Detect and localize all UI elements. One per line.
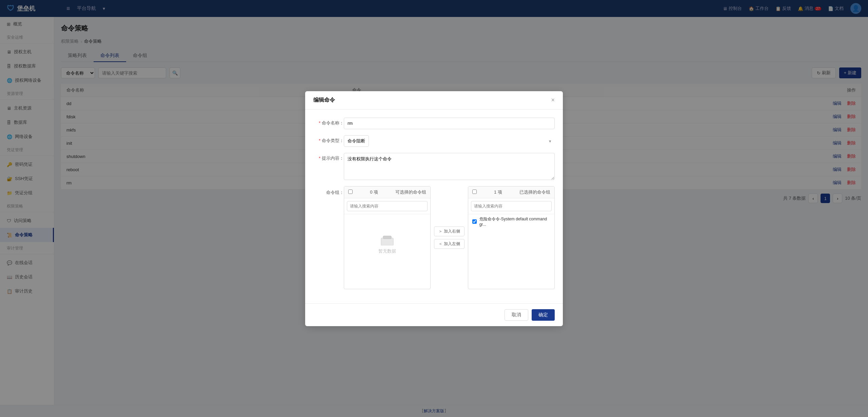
- add-right-label: ＞ 加入右侧: [438, 229, 460, 234]
- transfer-actions: ＞ 加入右侧 ＜ 加入左侧: [434, 226, 464, 249]
- edit-cmd-dialog: 编辑命令 × * 命令名称： * 命令类型： 命令阻断: [305, 91, 563, 326]
- transfer-right-header: 1 项 已选择的命令组: [468, 186, 554, 198]
- cmd-type-select[interactable]: 命令阻断: [344, 135, 369, 147]
- transfer-left-search-input[interactable]: [347, 201, 428, 211]
- transfer-container: 0 项 可选择的命令组 暂无数据: [344, 186, 555, 289]
- add-left-label: ＜ 加入左侧: [438, 241, 460, 247]
- transfer-right-item: 危险命令令-System default command gr...: [468, 214, 554, 229]
- form-row-cmd-group: 命令组： 0 项 可选择的命令组: [313, 186, 555, 289]
- dialog-header: 编辑命令 ×: [305, 91, 563, 110]
- transfer-right-search-input[interactable]: [471, 201, 552, 211]
- transfer-left-list: 暂无数据: [344, 214, 430, 289]
- transfer-left-search: [344, 198, 430, 214]
- transfer-right-box: 1 项 已选择的命令组 危险命令令-System default command…: [468, 186, 555, 289]
- right-item-checkbox[interactable]: [472, 219, 477, 224]
- add-right-button[interactable]: ＞ 加入右侧: [434, 226, 464, 236]
- form-row-cmd-name: * 命令名称：: [313, 118, 555, 129]
- right-select-all-checkbox[interactable]: [472, 190, 477, 194]
- transfer-left-box: 0 项 可选择的命令组 暂无数据: [344, 186, 431, 289]
- transfer-right-checkbox[interactable]: [472, 190, 477, 195]
- transfer-right-title: 已选择的命令组: [519, 189, 550, 195]
- add-left-button[interactable]: ＜ 加入左侧: [434, 239, 464, 249]
- empty-text: 暂无数据: [378, 248, 396, 254]
- empty-icon: [380, 235, 394, 245]
- cmd-type-select-wrapper: 命令阻断: [344, 135, 555, 147]
- dialog-overlay[interactable]: 编辑命令 × * 命令名称： * 命令类型： 命令阻断: [0, 0, 868, 417]
- form-row-hint: * 提示内容： 没有权限执行这个命令: [313, 153, 555, 180]
- transfer-left-empty: 暂无数据: [344, 214, 430, 275]
- cmd-type-label: * 命令类型：: [313, 135, 344, 144]
- transfer-left-header: 0 项 可选择的命令组: [344, 186, 430, 198]
- dialog-title: 编辑命令: [313, 97, 335, 104]
- cmd-name-input[interactable]: [344, 118, 555, 129]
- req-mark-type: *: [319, 138, 320, 143]
- confirm-button[interactable]: 确定: [532, 309, 555, 321]
- transfer-left-title: 可选择的命令组: [395, 189, 426, 195]
- form-row-cmd-type: * 命令类型： 命令阻断: [313, 135, 555, 147]
- right-item-label: 危险命令令-System default command gr...: [479, 216, 550, 227]
- transfer-right-count: 1 项: [494, 189, 502, 195]
- cmd-name-label: * 命令名称：: [313, 118, 344, 126]
- transfer-right-list: 危险命令令-System default command gr...: [468, 214, 554, 289]
- left-select-all-checkbox[interactable]: [348, 190, 353, 194]
- dialog-footer: 取消 确定: [305, 303, 563, 326]
- transfer-right-search: [468, 198, 554, 214]
- transfer-left-count: 0 项: [370, 189, 378, 195]
- cmd-group-label: 命令组：: [313, 186, 344, 196]
- hint-textarea[interactable]: 没有权限执行这个命令: [344, 153, 555, 180]
- req-mark-name: *: [319, 120, 320, 125]
- cancel-button[interactable]: 取消: [505, 309, 528, 321]
- dialog-body: * 命令名称： * 命令类型： 命令阻断 * 提示内容：: [305, 110, 563, 303]
- hint-label: * 提示内容：: [313, 153, 344, 161]
- req-mark-hint: *: [319, 156, 320, 161]
- svg-rect-1: [383, 236, 391, 239]
- dialog-close-button[interactable]: ×: [551, 97, 555, 104]
- transfer-left-checkbox[interactable]: [348, 190, 353, 195]
- svg-rect-0: [381, 238, 393, 245]
